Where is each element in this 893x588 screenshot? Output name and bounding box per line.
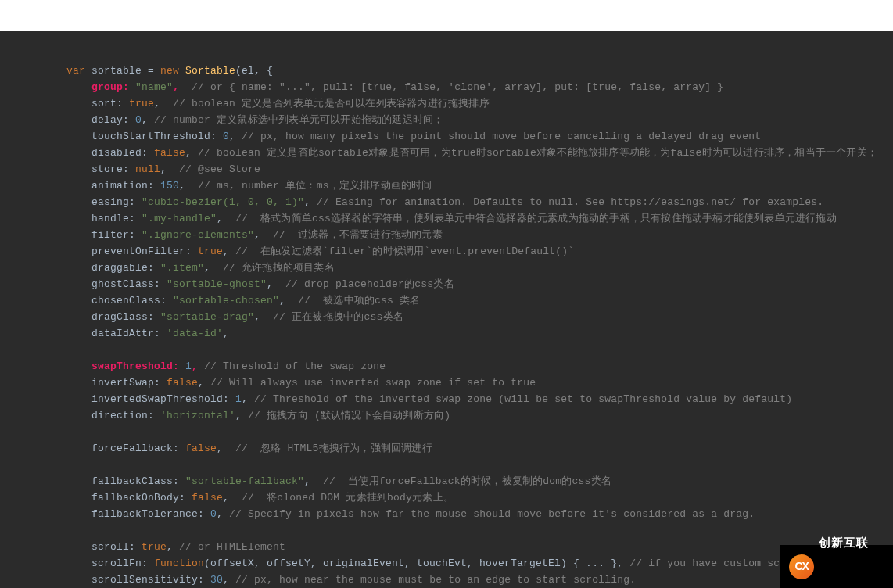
prop-chosenClass: chosenClass: [91, 295, 173, 307]
prop-preventOnFilter: preventOnFilter: [91, 246, 198, 257]
prop-invertedSwapThreshold: invertedSwapThreshold: [91, 393, 235, 405]
prop-dataIdAttr: dataIdAttr: [91, 328, 167, 339]
prop-fallbackTolerance: fallbackTolerance: [91, 508, 210, 520]
prop-scroll: scroll: [91, 541, 142, 553]
prop-animation: animation: [91, 180, 160, 192]
prop-group: group [91, 81, 123, 93]
prop-dragClass: dragClass: [91, 311, 160, 323]
logo-main-text: 创新互联 [819, 534, 884, 550]
top-whitespace [0, 0, 893, 31]
prop-fallbackClass: fallbackClass: [91, 475, 185, 487]
prop-touchStartThreshold: touchStartThreshold: [91, 131, 223, 142]
prop-delay: delay: [91, 114, 135, 126]
prop-draggable: draggable: [91, 262, 160, 274]
prop-disabled: disabled: [91, 147, 154, 159]
prop-ghostClass: ghostClass: [91, 278, 167, 290]
prop-filter: filter: [91, 229, 142, 241]
prop-easing: easing: [91, 196, 142, 208]
logo-text-wrap: 创新互联 CHUANG XIN HU LIAN [819, 501, 884, 589]
prop-forceFallback: forceFallback: [91, 443, 185, 454]
prop-store: store: [91, 163, 135, 175]
prop-direction: direction: [91, 410, 160, 421]
logo-sub-text: CHUANG XIN HU LIAN [819, 583, 884, 589]
prop-scrollSensitivity: scrollSensitivity: [91, 574, 210, 586]
prop-handle: handle: [91, 213, 142, 224]
logo-icon: CX [789, 554, 814, 579]
prop-swapThreshold: swapThreshold [91, 360, 173, 372]
prop-fallbackOnBody: fallbackOnBody: [91, 492, 192, 504]
prop-sort: sort: [91, 98, 129, 109]
keyword-var: var [66, 65, 85, 77]
prop-scrollFn: scrollFn: [91, 558, 154, 569]
code-block: var sortable = new Sortable(el, { group:… [0, 31, 893, 588]
logo-watermark: CX 创新互联 CHUANG XIN HU LIAN [780, 545, 893, 588]
prop-invertSwap: invertSwap: [91, 377, 167, 389]
